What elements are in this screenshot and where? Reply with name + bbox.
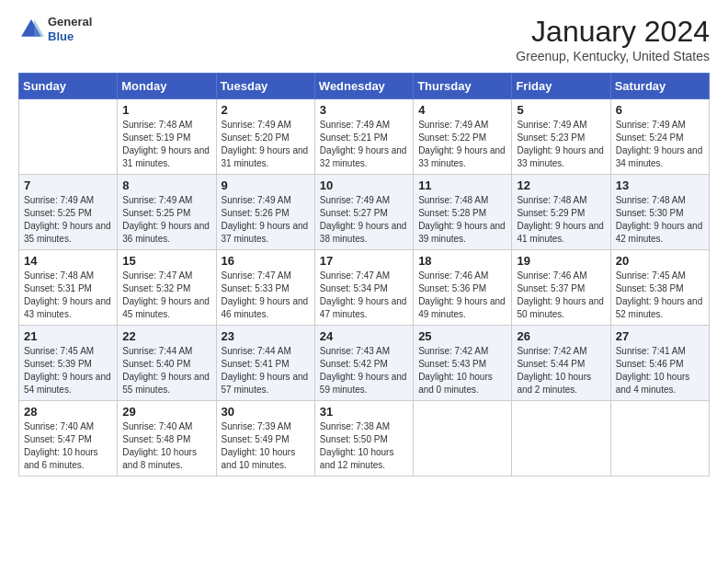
cell-info: Sunrise: 7:44 AM Sunset: 5:40 PM Dayligh… bbox=[122, 345, 210, 396]
calendar-week-row: 28Sunrise: 7:40 AM Sunset: 5:47 PM Dayli… bbox=[19, 401, 710, 477]
day-number: 29 bbox=[122, 405, 210, 419]
weekday-header-row: SundayMondayTuesdayWednesdayThursdayFrid… bbox=[19, 74, 710, 99]
calendar-cell: 6Sunrise: 7:49 AM Sunset: 5:24 PM Daylig… bbox=[610, 99, 709, 175]
day-number: 12 bbox=[517, 178, 605, 192]
logo-blue: Blue bbox=[48, 29, 92, 44]
month-title: January 2024 bbox=[516, 15, 710, 49]
cell-info: Sunrise: 7:38 AM Sunset: 5:50 PM Dayligh… bbox=[320, 420, 408, 472]
day-number: 17 bbox=[320, 254, 408, 268]
cell-info: Sunrise: 7:40 AM Sunset: 5:47 PM Dayligh… bbox=[24, 420, 112, 472]
calendar-cell: 26Sunrise: 7:42 AM Sunset: 5:44 PM Dayli… bbox=[512, 326, 610, 401]
cell-info: Sunrise: 7:49 AM Sunset: 5:24 PM Dayligh… bbox=[616, 119, 704, 170]
day-number: 8 bbox=[122, 178, 210, 192]
cell-info: Sunrise: 7:45 AM Sunset: 5:39 PM Dayligh… bbox=[24, 345, 112, 396]
calendar-cell: 7Sunrise: 7:49 AM Sunset: 5:25 PM Daylig… bbox=[19, 175, 118, 250]
calendar-cell: 22Sunrise: 7:44 AM Sunset: 5:40 PM Dayli… bbox=[118, 326, 216, 401]
calendar-week-row: 1Sunrise: 7:48 AM Sunset: 5:19 PM Daylig… bbox=[19, 99, 710, 175]
calendar-cell bbox=[414, 401, 512, 477]
weekday-header-sunday: Sunday bbox=[19, 74, 118, 99]
calendar-cell: 8Sunrise: 7:49 AM Sunset: 5:25 PM Daylig… bbox=[118, 175, 216, 250]
day-number: 21 bbox=[24, 329, 112, 343]
weekday-header-saturday: Saturday bbox=[610, 74, 709, 99]
day-number: 24 bbox=[320, 329, 408, 343]
cell-info: Sunrise: 7:39 AM Sunset: 5:49 PM Dayligh… bbox=[222, 420, 310, 472]
day-number: 4 bbox=[418, 103, 506, 117]
calendar-week-row: 21Sunrise: 7:45 AM Sunset: 5:39 PM Dayli… bbox=[19, 326, 710, 401]
cell-info: Sunrise: 7:49 AM Sunset: 5:26 PM Dayligh… bbox=[222, 194, 310, 246]
cell-info: Sunrise: 7:49 AM Sunset: 5:25 PM Dayligh… bbox=[24, 194, 112, 246]
day-number: 10 bbox=[320, 178, 408, 192]
cell-info: Sunrise: 7:49 AM Sunset: 5:22 PM Dayligh… bbox=[418, 119, 506, 170]
calendar-cell: 9Sunrise: 7:49 AM Sunset: 5:26 PM Daylig… bbox=[216, 175, 314, 250]
calendar-cell bbox=[512, 401, 610, 477]
day-number: 18 bbox=[418, 254, 506, 268]
logo-text: General Blue bbox=[48, 15, 92, 43]
calendar-cell: 23Sunrise: 7:44 AM Sunset: 5:41 PM Dayli… bbox=[216, 326, 314, 401]
cell-info: Sunrise: 7:44 AM Sunset: 5:41 PM Dayligh… bbox=[222, 345, 310, 396]
cell-info: Sunrise: 7:49 AM Sunset: 5:20 PM Dayligh… bbox=[222, 119, 310, 170]
day-number: 16 bbox=[222, 254, 310, 268]
day-number: 20 bbox=[616, 254, 704, 268]
day-number: 30 bbox=[222, 405, 310, 419]
cell-info: Sunrise: 7:48 AM Sunset: 5:19 PM Dayligh… bbox=[122, 119, 210, 170]
day-number: 19 bbox=[517, 254, 605, 268]
calendar-cell: 10Sunrise: 7:49 AM Sunset: 5:27 PM Dayli… bbox=[314, 175, 413, 250]
logo: General Blue bbox=[18, 15, 92, 43]
day-number: 1 bbox=[122, 103, 210, 117]
calendar-cell: 29Sunrise: 7:40 AM Sunset: 5:48 PM Dayli… bbox=[118, 401, 216, 477]
day-number: 26 bbox=[517, 329, 605, 343]
calendar-cell: 27Sunrise: 7:41 AM Sunset: 5:46 PM Dayli… bbox=[610, 326, 709, 401]
cell-info: Sunrise: 7:49 AM Sunset: 5:21 PM Dayligh… bbox=[320, 119, 408, 170]
cell-info: Sunrise: 7:48 AM Sunset: 5:29 PM Dayligh… bbox=[517, 194, 605, 246]
day-number: 28 bbox=[24, 405, 112, 419]
calendar-cell: 12Sunrise: 7:48 AM Sunset: 5:29 PM Dayli… bbox=[512, 175, 610, 250]
weekday-header-friday: Friday bbox=[512, 74, 610, 99]
calendar-cell: 20Sunrise: 7:45 AM Sunset: 5:38 PM Dayli… bbox=[610, 250, 709, 326]
day-number: 22 bbox=[122, 329, 210, 343]
calendar-cell: 30Sunrise: 7:39 AM Sunset: 5:49 PM Dayli… bbox=[216, 401, 314, 477]
calendar-cell: 18Sunrise: 7:46 AM Sunset: 5:36 PM Dayli… bbox=[414, 250, 512, 326]
calendar-cell: 5Sunrise: 7:49 AM Sunset: 5:23 PM Daylig… bbox=[512, 99, 610, 175]
day-number: 5 bbox=[517, 103, 605, 117]
day-number: 27 bbox=[616, 329, 704, 343]
cell-info: Sunrise: 7:47 AM Sunset: 5:32 PM Dayligh… bbox=[122, 270, 210, 321]
day-number: 13 bbox=[616, 178, 704, 192]
calendar-cell: 21Sunrise: 7:45 AM Sunset: 5:39 PM Dayli… bbox=[19, 326, 118, 401]
cell-info: Sunrise: 7:43 AM Sunset: 5:42 PM Dayligh… bbox=[320, 345, 408, 396]
calendar-cell: 4Sunrise: 7:49 AM Sunset: 5:22 PM Daylig… bbox=[414, 99, 512, 175]
logo-general: General bbox=[48, 15, 92, 29]
calendar-cell: 1Sunrise: 7:48 AM Sunset: 5:19 PM Daylig… bbox=[118, 99, 216, 175]
title-area: January 2024 Greenup, Kentucky, United S… bbox=[516, 15, 710, 63]
cell-info: Sunrise: 7:40 AM Sunset: 5:48 PM Dayligh… bbox=[122, 420, 210, 472]
day-number: 25 bbox=[418, 329, 506, 343]
calendar-week-row: 14Sunrise: 7:48 AM Sunset: 5:31 PM Dayli… bbox=[19, 250, 710, 326]
location-subtitle: Greenup, Kentucky, United States bbox=[516, 49, 710, 63]
cell-info: Sunrise: 7:46 AM Sunset: 5:37 PM Dayligh… bbox=[517, 270, 605, 321]
day-number: 11 bbox=[418, 178, 506, 192]
page-header: General Blue January 2024 Greenup, Kentu… bbox=[18, 15, 710, 63]
calendar-cell: 31Sunrise: 7:38 AM Sunset: 5:50 PM Dayli… bbox=[314, 401, 413, 477]
weekday-header-wednesday: Wednesday bbox=[314, 74, 413, 99]
cell-info: Sunrise: 7:45 AM Sunset: 5:38 PM Dayligh… bbox=[616, 270, 704, 321]
day-number: 2 bbox=[222, 103, 310, 117]
cell-info: Sunrise: 7:49 AM Sunset: 5:25 PM Dayligh… bbox=[122, 194, 210, 246]
cell-info: Sunrise: 7:42 AM Sunset: 5:43 PM Dayligh… bbox=[418, 345, 506, 396]
calendar-cell bbox=[610, 401, 709, 477]
day-number: 23 bbox=[222, 329, 310, 343]
day-number: 9 bbox=[222, 178, 310, 192]
cell-info: Sunrise: 7:42 AM Sunset: 5:44 PM Dayligh… bbox=[517, 345, 605, 396]
calendar-cell: 28Sunrise: 7:40 AM Sunset: 5:47 PM Dayli… bbox=[19, 401, 118, 477]
calendar-cell: 15Sunrise: 7:47 AM Sunset: 5:32 PM Dayli… bbox=[118, 250, 216, 326]
logo-icon bbox=[18, 17, 44, 42]
cell-info: Sunrise: 7:46 AM Sunset: 5:36 PM Dayligh… bbox=[418, 270, 506, 321]
calendar-cell: 25Sunrise: 7:42 AM Sunset: 5:43 PM Dayli… bbox=[414, 326, 512, 401]
calendar-cell: 3Sunrise: 7:49 AM Sunset: 5:21 PM Daylig… bbox=[314, 99, 413, 175]
day-number: 3 bbox=[320, 103, 408, 117]
weekday-header-thursday: Thursday bbox=[414, 74, 512, 99]
day-number: 6 bbox=[616, 103, 704, 117]
cell-info: Sunrise: 7:48 AM Sunset: 5:30 PM Dayligh… bbox=[616, 194, 704, 246]
calendar-cell: 17Sunrise: 7:47 AM Sunset: 5:34 PM Dayli… bbox=[314, 250, 413, 326]
day-number: 15 bbox=[122, 254, 210, 268]
calendar-cell: 13Sunrise: 7:48 AM Sunset: 5:30 PM Dayli… bbox=[610, 175, 709, 250]
calendar-cell: 14Sunrise: 7:48 AM Sunset: 5:31 PM Dayli… bbox=[19, 250, 118, 326]
